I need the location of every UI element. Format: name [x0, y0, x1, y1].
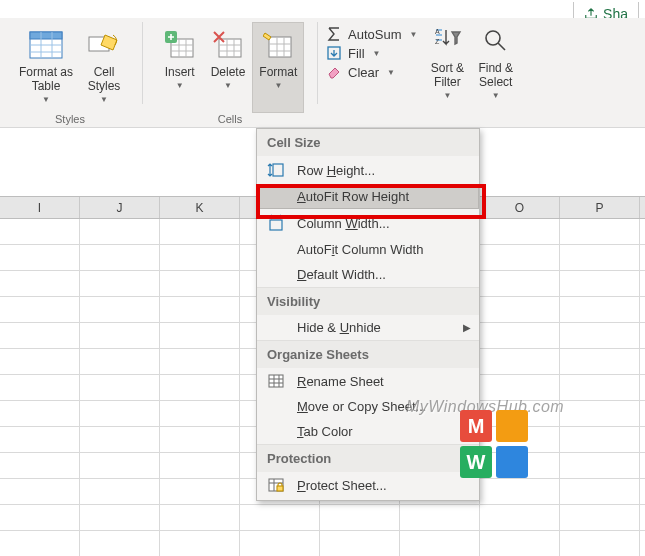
- chevron-down-icon: ▼: [387, 68, 395, 77]
- insert-button[interactable]: Insert ▼: [156, 22, 204, 113]
- sigma-icon: [326, 26, 342, 42]
- menu-item-autofit-row-height[interactable]: AutoFit Row Height: [257, 184, 479, 209]
- menu-item-label: Move or Copy Sheet...: [297, 399, 471, 414]
- cell-styles-label: Cell Styles: [88, 65, 121, 93]
- search-icon: [482, 27, 510, 55]
- cells-group-label: Cells: [149, 113, 311, 125]
- separator: [142, 22, 143, 104]
- menu-item-row-height[interactable]: Row Height...: [257, 156, 479, 184]
- menu-item-move-copy-sheet[interactable]: Move or Copy Sheet...: [257, 394, 479, 419]
- menu-item-default-width[interactable]: Default Width...: [257, 262, 479, 287]
- rename-sheet-icon: [265, 373, 287, 389]
- editing-group-left: AutoSum ▼ Fill ▼ Clear ▼: [320, 18, 423, 127]
- format-button[interactable]: Format ▼: [252, 22, 304, 113]
- svg-rect-27: [273, 164, 283, 176]
- chevron-down-icon: ▼: [373, 49, 381, 58]
- row-height-icon: [265, 161, 287, 179]
- clear-button[interactable]: Clear ▼: [326, 64, 417, 80]
- menu-item-autofit-column-width[interactable]: AutoFit Column Width: [257, 237, 479, 262]
- menu-item-rename-sheet[interactable]: Rename Sheet: [257, 368, 479, 394]
- sort-filter-label: Sort & Filter: [431, 61, 464, 89]
- autosum-label: AutoSum: [348, 27, 401, 42]
- delete-cells-icon: [213, 31, 243, 59]
- svg-text:Z: Z: [435, 38, 440, 45]
- format-as-table-button[interactable]: Format as Table ▼: [12, 22, 80, 113]
- menu-item-label: AutoFit Row Height: [297, 189, 471, 204]
- protect-sheet-icon: [265, 477, 287, 493]
- chevron-down-icon: ▼: [42, 95, 50, 104]
- svg-rect-37: [277, 486, 283, 491]
- column-header[interactable]: I: [0, 197, 80, 218]
- chevron-down-icon: ▼: [224, 81, 232, 90]
- menu-header-protection: Protection: [257, 444, 479, 472]
- menu-item-hide-unhide[interactable]: Hide & Unhide ▶: [257, 315, 479, 340]
- menu-item-tab-color[interactable]: Tab Color ▶: [257, 419, 479, 444]
- format-cells-icon: [263, 31, 293, 59]
- autosum-button[interactable]: AutoSum ▼: [326, 26, 417, 42]
- svg-point-26: [486, 31, 500, 45]
- sort-filter-icon: AZ: [432, 26, 462, 56]
- menu-header-organize: Organize Sheets: [257, 340, 479, 368]
- submenu-arrow-icon: ▶: [463, 322, 471, 333]
- fill-label: Fill: [348, 46, 365, 61]
- menu-item-label: Hide & Unhide: [297, 320, 453, 335]
- chevron-down-icon: ▼: [492, 91, 500, 100]
- column-header[interactable]: J: [80, 197, 160, 218]
- delete-button[interactable]: Delete ▼: [204, 22, 253, 113]
- menu-item-label: Row Height...: [297, 163, 471, 178]
- format-as-table-label: Format as Table: [19, 65, 73, 93]
- fill-down-icon: [326, 45, 342, 61]
- cell-styles-button[interactable]: Cell Styles ▼: [80, 22, 128, 113]
- menu-item-label: Tab Color: [297, 424, 453, 439]
- menu-item-label: Column Width...: [297, 216, 471, 231]
- delete-label: Delete: [211, 65, 246, 79]
- svg-rect-28: [270, 220, 282, 230]
- table-icon: [29, 31, 63, 59]
- format-label: Format: [259, 65, 297, 79]
- ribbon: Format as Table ▼ Cell Styles ▼ Styles I…: [0, 18, 645, 128]
- eraser-icon: [326, 64, 342, 80]
- find-select-button[interactable]: Find & Select ▼: [471, 18, 520, 112]
- chevron-down-icon: ▼: [100, 95, 108, 104]
- submenu-arrow-icon: ▶: [463, 426, 471, 437]
- svg-rect-29: [269, 375, 283, 387]
- chevron-down-icon: ▼: [443, 91, 451, 100]
- clear-label: Clear: [348, 65, 379, 80]
- chevron-down-icon: ▼: [274, 81, 282, 90]
- chevron-down-icon: ▼: [409, 30, 417, 39]
- menu-header-visibility: Visibility: [257, 287, 479, 315]
- menu-header-cell-size: Cell Size: [257, 129, 479, 156]
- menu-item-protect-sheet[interactable]: Protect Sheet...: [257, 472, 479, 498]
- menu-item-label: Protect Sheet...: [297, 478, 471, 493]
- insert-label: Insert: [165, 65, 195, 79]
- menu-item-label: Default Width...: [297, 267, 471, 282]
- column-header[interactable]: P: [560, 197, 640, 218]
- column-header[interactable]: O: [480, 197, 560, 218]
- svg-rect-1: [30, 32, 62, 39]
- insert-cells-icon: [165, 31, 195, 59]
- column-width-icon: [265, 214, 287, 232]
- column-header[interactable]: K: [160, 197, 240, 218]
- cell-styles-icon: [87, 31, 121, 59]
- find-select-label: Find & Select: [478, 61, 513, 89]
- menu-item-label: Rename Sheet: [297, 374, 471, 389]
- format-dropdown-menu: Cell Size Row Height... AutoFit Row Heig…: [256, 128, 480, 501]
- menu-item-column-width[interactable]: Column Width...: [257, 209, 479, 237]
- separator: [317, 22, 318, 104]
- chevron-down-icon: ▼: [176, 81, 184, 90]
- sort-filter-button[interactable]: AZ Sort & Filter ▼: [423, 18, 471, 112]
- svg-rect-18: [269, 37, 291, 57]
- styles-group-label: Styles: [4, 113, 136, 125]
- svg-text:A: A: [435, 28, 440, 35]
- fill-button[interactable]: Fill ▼: [326, 45, 417, 61]
- menu-item-label: AutoFit Column Width: [297, 242, 471, 257]
